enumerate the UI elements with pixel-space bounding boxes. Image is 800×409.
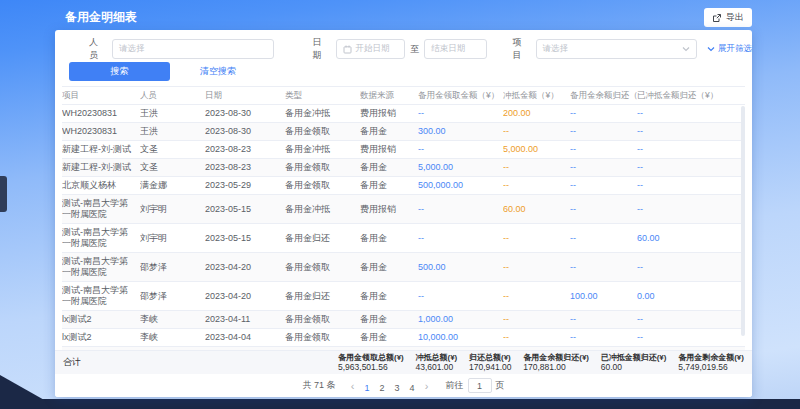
table-row: lx测试2李峡2023-04-04备用金领取备用金10,000.00------: [62, 329, 745, 347]
export-button[interactable]: 导出: [704, 8, 752, 27]
table-row: 北京顺义杨林满金娜2023-05-29备用金领取备用金500,000.00---…: [62, 177, 745, 195]
cell-type: 备用金领取: [285, 123, 360, 141]
cell-date: 2023-04-04: [205, 329, 285, 347]
cell-received: 1,000.00: [418, 311, 503, 329]
cell-type: 备用金领取: [285, 311, 360, 329]
cell-person: 邵梦泽: [140, 282, 205, 311]
cell-offset: 200.00: [503, 105, 570, 123]
expand-filters-label: 展开筛选: [718, 43, 752, 55]
summary-stat-value: 43,601.00: [415, 362, 457, 372]
cell-received: --: [418, 282, 503, 311]
summary-stat: 冲抵总额(¥)43,601.00: [415, 353, 457, 372]
cell-type: 备用金归还: [285, 224, 360, 253]
summary-stat-label: 冲抵总额(¥): [415, 353, 457, 362]
project-select-input[interactable]: 请选择: [536, 39, 697, 59]
cell-received: 500,000.00: [418, 177, 503, 195]
side-panel-handle[interactable]: [0, 176, 7, 212]
cell-received: --: [418, 105, 503, 123]
pagination-bar: 共 71 条 ‹ 1234 › 前往 页: [55, 374, 752, 397]
cell-type: 备用金领取: [285, 329, 360, 347]
next-page-button[interactable]: ›: [420, 379, 434, 393]
cell-received: --: [418, 141, 503, 159]
goto-page-suffix: 页: [496, 379, 505, 392]
cell-project: 新建工程-刘-测试: [62, 159, 140, 177]
page-number-1[interactable]: 1: [360, 381, 375, 395]
goto-page-input[interactable]: [468, 378, 492, 393]
summary-stat-value: 170,881.00: [523, 362, 589, 372]
project-filter-label: 项目: [513, 36, 530, 62]
table-row: WH20230831王洪2023-08-30备用金领取备用金300.00----…: [62, 123, 745, 141]
expand-filters-link[interactable]: 展开筛选: [707, 43, 752, 55]
cell-type: 备用金领取: [285, 177, 360, 195]
page-number-4[interactable]: 4: [405, 381, 420, 395]
page-number-2[interactable]: 2: [375, 381, 390, 395]
cell-type: 备用金冲抵: [285, 141, 360, 159]
cell-project: lx测试2: [62, 329, 140, 347]
column-header-type: 类型: [285, 87, 360, 105]
cell-source: 备用金: [360, 159, 418, 177]
cell-person: 文圣: [140, 159, 205, 177]
summary-stat-label: 归还总额(¥): [469, 353, 512, 362]
cell-offset: --: [503, 282, 570, 311]
person-filter-label: 人员: [89, 36, 106, 62]
table-row: WH20230831王洪2023-08-30备用金冲抵费用报销--200.00-…: [62, 105, 745, 123]
cell-project: lx测试2: [62, 311, 140, 329]
cell-project: WH20230831: [62, 105, 140, 123]
summary-stat-value: 60.00: [601, 362, 667, 372]
search-button[interactable]: 搜索: [69, 62, 170, 81]
cell-type: 备用金领取: [285, 253, 360, 282]
export-icon: [712, 13, 722, 23]
goto-page-prefix: 前往: [446, 379, 464, 392]
cell-offset_return: --: [637, 159, 745, 177]
cell-offset_return: --: [637, 105, 745, 123]
cell-source: 备用金: [360, 123, 418, 141]
cell-received: 10,000.00: [418, 329, 503, 347]
content-card: 人员 请选择 日期 开始日期 至 结束日期 项目 请选择: [55, 30, 752, 397]
table-header-row: 项目人员日期类型数据来源备用金领取金额（¥）冲抵金额（¥）备用金余额归还（¥）已…: [62, 87, 745, 105]
cell-source: 费用报销: [360, 141, 418, 159]
prev-page-button[interactable]: ‹: [346, 379, 360, 393]
cell-date: 2023-08-23: [205, 159, 285, 177]
cell-offset_return: --: [637, 311, 745, 329]
column-header-date: 日期: [205, 87, 285, 105]
cell-balance_return: --: [570, 329, 637, 347]
summary-stat-value: 5,963,501.56: [338, 362, 404, 372]
table-row: 测试-南昌大学第一附属医院刘宇明2023-05-15备用金归还备用金------…: [62, 224, 745, 253]
cell-date: 2023-04-20: [205, 253, 285, 282]
date-start-input[interactable]: 开始日期: [336, 39, 406, 59]
cell-balance_return: --: [570, 141, 637, 159]
table-scrollbar[interactable]: [741, 106, 745, 336]
summary-total-label: 合计: [63, 356, 81, 369]
cell-source: 备用金: [360, 311, 418, 329]
page-number-3[interactable]: 3: [390, 381, 405, 395]
cell-offset: --: [503, 224, 570, 253]
column-header-project: 项目: [62, 87, 140, 105]
cell-date: 2023-08-23: [205, 141, 285, 159]
cell-offset_return: --: [637, 329, 745, 347]
person-select-placeholder: 请选择: [119, 43, 145, 55]
cell-person: 满金娜: [140, 177, 205, 195]
cell-received: --: [418, 195, 503, 224]
cell-offset: --: [503, 253, 570, 282]
project-select-placeholder: 请选择: [543, 43, 569, 55]
cell-source: 备用金: [360, 224, 418, 253]
cell-source: 费用报销: [360, 105, 418, 123]
summary-stat: 备用金余额归还(¥)170,881.00: [523, 353, 589, 372]
cell-source: 备用金: [360, 329, 418, 347]
date-range-separator: 至: [410, 43, 419, 56]
cell-person: 文圣: [140, 141, 205, 159]
cell-project: 测试-南昌大学第一附属医院: [62, 224, 140, 253]
person-select-input[interactable]: 请选择: [112, 39, 273, 59]
clear-search-link[interactable]: 清空搜索: [200, 65, 236, 78]
date-start-placeholder: 开始日期: [356, 43, 390, 55]
date-end-input[interactable]: 结束日期: [424, 39, 486, 59]
cell-type: 备用金领取: [285, 159, 360, 177]
cell-source: 费用报销: [360, 195, 418, 224]
cell-balance_return: --: [570, 123, 637, 141]
date-end-placeholder: 结束日期: [431, 43, 465, 55]
cell-offset: --: [503, 311, 570, 329]
cell-project: 测试-南昌大学第一附属医院: [62, 253, 140, 282]
summary-stat: 归还总额(¥)170,941.00: [469, 353, 512, 372]
cell-person: 王洪: [140, 105, 205, 123]
cell-received: 5,000.00: [418, 159, 503, 177]
